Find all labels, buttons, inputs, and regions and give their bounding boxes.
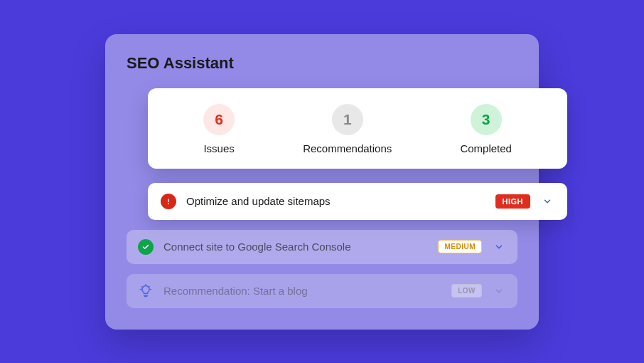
- issues-count: 6: [203, 104, 235, 135]
- stat-completed[interactable]: 3 Completed: [460, 104, 512, 154]
- priority-badge-medium: MEDIUM: [438, 240, 482, 253]
- task-row[interactable]: Connect site to Google Search Console ME…: [127, 230, 517, 264]
- task-row[interactable]: Optimize and update sitemaps HIGH: [148, 183, 567, 220]
- issues-label: Issues: [203, 142, 234, 154]
- svg-point-0: [168, 203, 169, 204]
- task-title: Optimize and update sitemaps: [186, 195, 485, 207]
- stats-card: 6 Issues 1 Recommendations 3 Completed: [148, 88, 567, 169]
- lightbulb-icon: [138, 283, 154, 299]
- task-row[interactable]: Recommendation: Start a blog LOW: [127, 274, 517, 308]
- recommendations-label: Recommendations: [303, 142, 392, 154]
- chevron-down-icon[interactable]: [492, 284, 506, 298]
- panel-title: SEO Assistant: [127, 54, 517, 73]
- chevron-down-icon[interactable]: [540, 194, 554, 209]
- check-icon: [138, 239, 154, 255]
- recommendations-count: 1: [332, 104, 363, 135]
- task-title: Connect site to Google Search Console: [163, 241, 428, 253]
- completed-count: 3: [471, 104, 502, 135]
- stat-issues[interactable]: 6 Issues: [203, 104, 235, 154]
- priority-badge-low: LOW: [451, 284, 482, 298]
- alert-icon: [161, 194, 176, 209]
- completed-label: Completed: [460, 142, 512, 154]
- priority-badge-high: HIGH: [495, 194, 531, 209]
- task-title: Recommendation: Start a blog: [163, 285, 441, 297]
- stat-recommendations[interactable]: 1 Recommendations: [303, 104, 392, 154]
- chevron-down-icon[interactable]: [492, 240, 506, 254]
- seo-assistant-panel: SEO Assistant 6 Issues 1 Recommendations…: [105, 34, 539, 330]
